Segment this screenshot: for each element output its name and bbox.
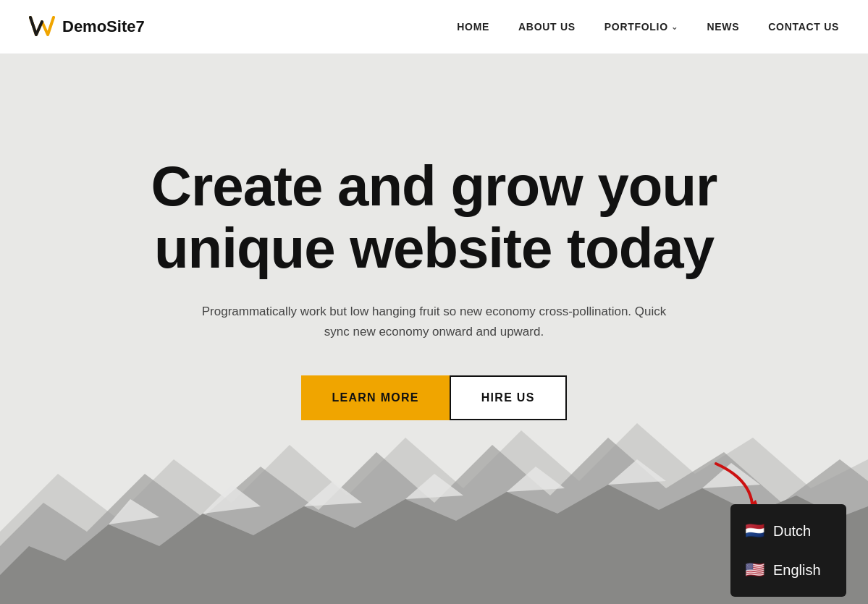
nav-item-home[interactable]: HOME xyxy=(457,21,489,33)
dutch-flag-icon: 🇳🇱 xyxy=(745,522,764,540)
hero-subtitle: Programmatically work but low hanging fr… xyxy=(188,302,681,344)
hero-content: Create and grow your unique website toda… xyxy=(109,156,760,420)
nav-item-news[interactable]: NEWS xyxy=(707,21,739,33)
svg-marker-6 xyxy=(405,474,463,499)
svg-marker-8 xyxy=(608,459,666,485)
nav-item-portfolio[interactable]: PORTFOLIO ⌄ xyxy=(604,21,678,33)
main-nav: HOME ABOUT US PORTFOLIO ⌄ NEWS CONTACT U… xyxy=(457,21,839,33)
logo-text: DemoSite7 xyxy=(62,17,145,36)
svg-marker-3 xyxy=(109,499,159,524)
hero-section: Create and grow your unique website toda… xyxy=(0,54,868,604)
hero-buttons: LEARN MORE HIRE US xyxy=(138,375,731,420)
svg-marker-4 xyxy=(203,485,261,514)
lang-item-english[interactable]: 🇺🇸 English xyxy=(730,550,846,590)
language-dropdown: 🇳🇱 Dutch 🇺🇸 English xyxy=(730,504,846,597)
dutch-label: Dutch xyxy=(773,523,811,540)
svg-marker-9 xyxy=(702,463,760,488)
lang-item-dutch[interactable]: 🇳🇱 Dutch xyxy=(730,511,846,550)
svg-marker-7 xyxy=(507,467,565,492)
svg-marker-5 xyxy=(304,481,362,506)
chevron-down-icon: ⌄ xyxy=(671,22,678,32)
hero-title: Create and grow your unique website toda… xyxy=(138,156,731,280)
nav-item-contact-us[interactable]: CONTACT US xyxy=(768,21,839,33)
hire-us-button[interactable]: HIRE US xyxy=(450,375,567,420)
learn-more-button[interactable]: LEARN MORE xyxy=(301,375,449,420)
english-flag-icon: 🇺🇸 xyxy=(745,561,764,579)
logo[interactable]: DemoSite7 xyxy=(29,16,145,38)
nav-item-about-us[interactable]: ABOUT US xyxy=(518,21,576,33)
logo-icon xyxy=(29,16,55,38)
english-label: English xyxy=(773,562,821,579)
header: DemoSite7 HOME ABOUT US PORTFOLIO ⌄ NEWS… xyxy=(0,0,868,54)
